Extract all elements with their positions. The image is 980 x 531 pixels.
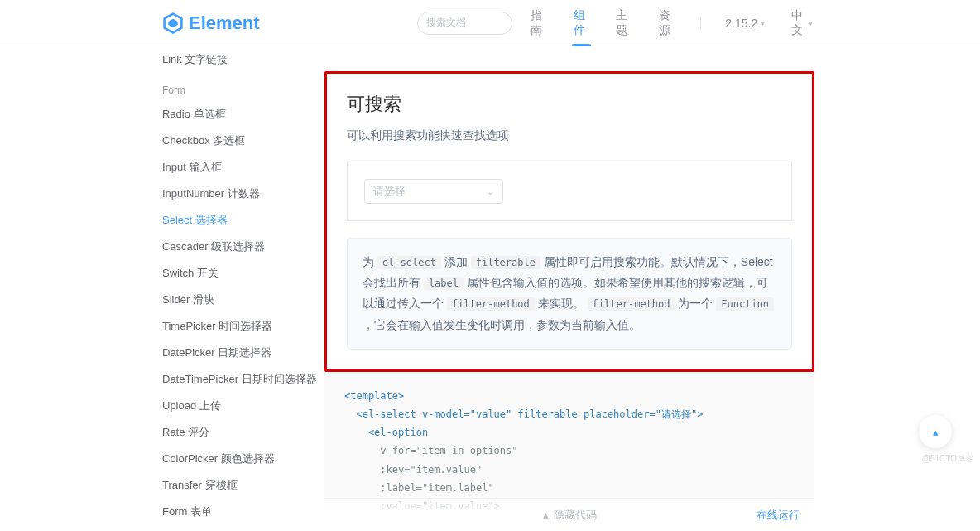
sidebar-item-datetimepicker[interactable]: DateTimePicker 日期时间选择器 bbox=[162, 366, 324, 393]
demo-subtitle: 可以利用搜索功能快速查找选项 bbox=[347, 128, 792, 143]
code-keyword: label bbox=[424, 277, 464, 290]
code-keyword: filterable bbox=[471, 256, 540, 269]
version-dropdown[interactable]: 2.15.2▾ bbox=[723, 0, 766, 46]
sidebar-item-cascader[interactable]: Cascader 级联选择器 bbox=[162, 234, 324, 260]
sidebar-item-form[interactable]: Form 表单 bbox=[162, 499, 324, 525]
demo-preview: 请选择 ⌄ bbox=[347, 162, 792, 221]
sidebar-item-upload[interactable]: Upload 上传 bbox=[162, 393, 324, 419]
sidebar-item-datepicker[interactable]: DatePicker 日期选择器 bbox=[162, 340, 324, 366]
sidebar-item-slider[interactable]: Slider 滑块 bbox=[162, 287, 324, 313]
demo-card-searchable: 可搜索 可以利用搜索功能快速查找选项 请选择 ⌄ 为 el-select 添加 … bbox=[324, 71, 814, 372]
sidebar: Link 文字链接 Form Radio 单选框 Checkbox 多选框 In… bbox=[0, 46, 324, 531]
sidebar-item-input[interactable]: Input 输入框 bbox=[162, 154, 324, 181]
sidebar-item-rate[interactable]: Rate 评分 bbox=[162, 419, 324, 446]
sidebar-item-select[interactable]: Select 选择器 bbox=[162, 207, 324, 234]
chevron-down-icon: ▾ bbox=[809, 18, 813, 27]
run-online-button[interactable]: 在线运行 bbox=[757, 508, 800, 523]
select-placeholder: 请选择 bbox=[373, 184, 406, 199]
sidebar-item-switch[interactable]: Switch 开关 bbox=[162, 260, 324, 287]
nav-resource[interactable]: 资源 bbox=[657, 0, 677, 46]
main-nav: 指南 组件 主题 资源 2.15.2▾ 中文▾ bbox=[529, 0, 814, 46]
nav-separator bbox=[700, 17, 701, 29]
select-input[interactable]: 请选择 ⌄ bbox=[364, 179, 503, 204]
app-header: Element 搜索文档 指南 组件 主题 资源 2.15.2▾ 中文▾ bbox=[0, 0, 980, 46]
chevron-down-icon: ▾ bbox=[761, 18, 765, 27]
sidebar-item-colorpicker[interactable]: ColorPicker 颜色选择器 bbox=[162, 446, 324, 472]
code-keyword: el-select bbox=[377, 256, 441, 269]
sidebar-item-transfer[interactable]: Transfer 穿梭框 bbox=[162, 472, 324, 499]
caret-up-icon: ▴ bbox=[933, 426, 939, 438]
sidebar-item-checkbox[interactable]: Checkbox 多选框 bbox=[162, 128, 324, 154]
brand-text: Element bbox=[189, 12, 260, 34]
sidebar-item-inputnumber[interactable]: InputNumber 计数器 bbox=[162, 181, 324, 207]
sidebar-item-radio[interactable]: Radio 单选框 bbox=[162, 101, 324, 128]
sidebar-item-timepicker[interactable]: TimePicker 时间选择器 bbox=[162, 313, 324, 340]
search-placeholder: 搜索文档 bbox=[426, 16, 466, 30]
content-area: 可搜索 可以利用搜索功能快速查找选项 请选择 ⌄ 为 el-select 添加 … bbox=[324, 46, 980, 531]
caret-up-icon: ▴ bbox=[543, 509, 549, 521]
sidebar-item-link[interactable]: Link 文字链接 bbox=[162, 46, 324, 73]
svg-marker-1 bbox=[168, 18, 177, 27]
sidebar-group-form: Form bbox=[162, 73, 324, 101]
demo-title: 可搜索 bbox=[347, 92, 792, 117]
brand-logo[interactable]: Element bbox=[162, 12, 260, 34]
nav-component[interactable]: 组件 bbox=[572, 0, 592, 46]
nav-guide[interactable]: 指南 bbox=[529, 0, 549, 46]
back-to-top-button[interactable]: ▴ bbox=[919, 415, 952, 448]
doc-search-input[interactable]: 搜索文档 bbox=[417, 12, 513, 35]
code-keyword: filter-method bbox=[588, 297, 675, 311]
lang-dropdown[interactable]: 中文▾ bbox=[790, 0, 814, 46]
nav-theme[interactable]: 主题 bbox=[614, 0, 634, 46]
demo-tip: 为 el-select 添加 filterable 属性即可启用搜索功能。默认情… bbox=[347, 238, 792, 350]
code-keyword: filter-method bbox=[447, 297, 535, 311]
hide-code-button[interactable]: ▴ 隐藏代码 bbox=[543, 508, 597, 523]
code-keyword: Function bbox=[716, 297, 774, 311]
element-logo-icon bbox=[162, 12, 184, 34]
chevron-down-icon: ⌄ bbox=[487, 186, 494, 197]
sidebar-group-data: Data bbox=[162, 525, 324, 531]
code-footer: ▴ 隐藏代码 在线运行 bbox=[324, 498, 814, 531]
